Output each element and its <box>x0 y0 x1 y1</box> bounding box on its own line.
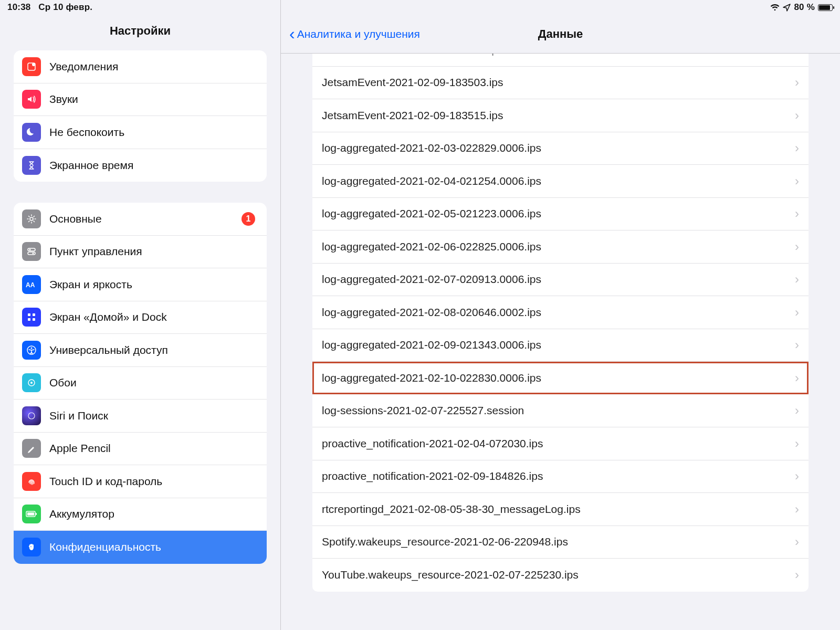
sidebar: Настройки Уведомления Звуки Не беспокоит… <box>0 0 281 630</box>
battery-pct: 80 % <box>794 2 815 13</box>
sidebar-item-sounds[interactable]: Звуки <box>14 83 267 117</box>
file-name: log-aggregated-2021-02-10-022830.0006.ip… <box>322 372 541 384</box>
gear-icon <box>22 209 41 228</box>
sidebar-item-label: Экранное время <box>49 159 258 172</box>
chevron-right-icon: › <box>795 305 799 320</box>
sidebar-item-control-center[interactable]: Пункт управления <box>14 236 267 269</box>
fingerprint-icon <box>22 472 41 491</box>
file-name: log-aggregated-2021-02-06-022825.0006.ip… <box>322 240 541 253</box>
back-label: Аналитика и улучшения <box>297 28 420 40</box>
status-date: Ср 10 февр. <box>38 2 92 12</box>
back-button[interactable]: ‹ Аналитика и улучшения <box>281 28 420 40</box>
chevron-right-icon: › <box>795 436 799 451</box>
list-item[interactable]: JetsamEvent-2021-02-08-215846.ips› <box>312 54 808 67</box>
list-item[interactable]: log-aggregated-2021-02-06-022825.0006.ip… <box>312 230 808 264</box>
siri-icon <box>22 406 41 425</box>
list-item[interactable]: log-aggregated-2021-02-05-021223.0006.ip… <box>312 198 808 231</box>
chevron-right-icon: › <box>795 141 799 155</box>
sidebar-item-home-dock[interactable]: Экран «Домой» и Dock <box>14 301 267 334</box>
chevron-right-icon: › <box>795 75 799 90</box>
chevron-right-icon: › <box>795 469 799 484</box>
sidebar-item-label: Touch ID и код-пароль <box>49 475 258 488</box>
list-item[interactable]: log-sessions-2021-02-07-225527.session› <box>312 395 808 428</box>
chevron-right-icon: › <box>795 239 799 254</box>
file-name: log-aggregated-2021-02-03-022829.0006.ip… <box>322 142 541 154</box>
file-name: JetsamEvent-2021-02-09-183515.ips <box>322 109 503 122</box>
file-name: log-aggregated-2021-02-07-020913.0006.ip… <box>322 273 541 286</box>
sidebar-item-battery[interactable]: Аккумулятор <box>14 498 267 531</box>
file-name: rtcreportingd_2021-02-08-05-38-30_messag… <box>322 503 581 516</box>
sidebar-item-label: Конфиденциальность <box>49 541 258 553</box>
svg-rect-5 <box>28 252 35 255</box>
sidebar-item-label: Не беспокоить <box>49 126 258 139</box>
sidebar-item-screentime[interactable]: Экранное время <box>14 149 267 182</box>
status-left: 10:38 Ср 10 февр. <box>7 2 92 13</box>
svg-rect-8 <box>28 313 30 316</box>
chevron-right-icon: › <box>795 108 799 123</box>
list-item[interactable]: log-aggregated-2021-02-07-020913.0006.ip… <box>312 264 808 297</box>
list-item[interactable]: JetsamEvent-2021-02-09-183503.ips› <box>312 67 808 100</box>
sidebar-item-wallpaper[interactable]: Обои <box>14 367 267 400</box>
status-bar: 10:38 Ср 10 февр. 80 % <box>0 0 840 14</box>
list-item[interactable]: Spotify.wakeups_resource-2021-02-06-2209… <box>312 526 808 559</box>
file-name: Spotify.wakeups_resource-2021-02-06-2209… <box>322 536 568 548</box>
sidebar-item-display[interactable]: AA Экран и яркость <box>14 268 267 301</box>
chevron-right-icon: › <box>795 568 799 582</box>
notifications-icon <box>22 57 41 76</box>
sidebar-item-label: Обои <box>49 376 258 389</box>
list-item[interactable]: log-aggregated-2021-02-08-020646.0002.ip… <box>312 296 808 329</box>
list-item[interactable]: log-aggregated-2021-02-04-021254.0006.ip… <box>312 165 808 198</box>
list-item[interactable]: log-aggregated-2021-02-09-021343.0006.ip… <box>312 329 808 362</box>
wifi-icon <box>770 4 780 11</box>
moon-icon <box>22 123 41 142</box>
chevron-right-icon: › <box>795 206 799 221</box>
sidebar-item-label: Основные <box>49 213 242 225</box>
sidebar-item-label: Аккумулятор <box>49 508 258 520</box>
file-name: log-sessions-2021-02-07-225527.session <box>322 404 524 417</box>
svg-point-13 <box>31 347 33 349</box>
display-icon: AA <box>22 275 41 294</box>
location-icon <box>783 4 791 12</box>
file-name: JetsamEvent-2021-02-09-183503.ips <box>322 76 503 89</box>
file-name: log-aggregated-2021-02-09-021343.0006.ip… <box>322 339 541 351</box>
sidebar-item-label: Универсальный доступ <box>49 344 258 356</box>
svg-rect-3 <box>28 248 35 251</box>
sidebar-item-notifications[interactable]: Уведомления <box>14 50 267 83</box>
sidebar-item-label: Звуки <box>49 93 258 106</box>
file-name: log-aggregated-2021-02-05-021223.0006.ip… <box>322 207 541 220</box>
file-name: proactive_notification-2021-02-04-072030… <box>322 437 543 450</box>
sidebar-item-touchid[interactable]: Touch ID и код-пароль <box>14 465 267 498</box>
list-item[interactable]: JetsamEvent-2021-02-09-183515.ips› <box>312 99 808 132</box>
sidebar-item-label: Уведомления <box>49 60 258 73</box>
sidebar-item-dnd[interactable]: Не беспокоить <box>14 116 267 149</box>
list-item[interactable]: rtcreportingd_2021-02-08-05-38-30_messag… <box>312 493 808 526</box>
hand-icon <box>22 538 41 556</box>
sidebar-item-label: Apple Pencil <box>49 442 258 455</box>
sidebar-item-label: Пункт управления <box>49 245 258 258</box>
sounds-icon <box>22 90 41 109</box>
list-item[interactable]: log-aggregated-2021-02-03-022829.0006.ip… <box>312 132 808 165</box>
list-item[interactable]: proactive_notification-2021-02-04-072030… <box>312 427 808 460</box>
list-item[interactable]: proactive_notification-2021-02-09-184826… <box>312 460 808 494</box>
detail-body: JetsamEvent-2021-02-08-215846.ips›Jetsam… <box>281 54 840 630</box>
sidebar-item-siri[interactable]: Siri и Поиск <box>14 400 267 433</box>
sidebar-item-general[interactable]: Основные 1 <box>14 203 267 236</box>
sidebar-item-apple-pencil[interactable]: Apple Pencil <box>14 433 267 466</box>
sidebar-item-accessibility[interactable]: Универсальный доступ <box>14 334 267 367</box>
chevron-right-icon: › <box>795 272 799 287</box>
status-time: 10:38 <box>7 2 30 12</box>
list-item[interactable]: log-aggregated-2021-02-10-022830.0006.ip… <box>312 362 808 395</box>
list-item[interactable]: YouTube.wakeups_resource-2021-02-07-2252… <box>312 559 808 592</box>
file-name: YouTube.wakeups_resource-2021-02-07-2252… <box>322 569 579 581</box>
sidebar-item-privacy[interactable]: Конфиденциальность <box>14 531 267 564</box>
file-name: log-aggregated-2021-02-08-020646.0002.ip… <box>322 306 541 319</box>
battery-settings-icon <box>22 505 41 523</box>
chevron-right-icon: › <box>795 54 799 57</box>
accessibility-icon <box>22 341 41 360</box>
svg-rect-9 <box>33 313 35 316</box>
analytics-file-list[interactable]: JetsamEvent-2021-02-08-215846.ips›Jetsam… <box>312 54 808 592</box>
file-name: proactive_notification-2021-02-09-184826… <box>322 470 543 482</box>
chevron-right-icon: › <box>795 338 799 352</box>
badge-count: 1 <box>242 212 255 226</box>
svg-point-4 <box>29 249 31 250</box>
